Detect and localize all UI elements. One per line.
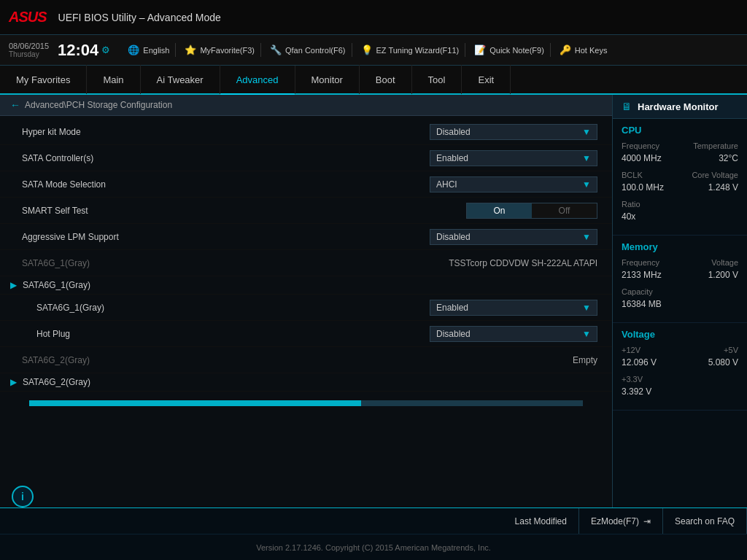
nav-advanced[interactable]: Advanced bbox=[220, 66, 295, 95]
hw-memory-title: Memory bbox=[622, 241, 738, 252]
toggle-off-option[interactable]: Off bbox=[532, 203, 597, 218]
hw-cpu-bclk-corevolt-labels: BCLK Core Voltage bbox=[622, 171, 738, 179]
hw-cpu-bclk-value: 100.0 MHz bbox=[622, 182, 664, 192]
expand-arrow-sata6g1-icon: ▶ bbox=[10, 280, 17, 290]
aggressive-lpm-dropdown[interactable]: Disabled ▼ bbox=[430, 229, 597, 245]
toolbar-hotkeys[interactable]: 🔑 Hot Keys bbox=[554, 43, 614, 57]
date-display: 08/06/2015 bbox=[9, 42, 49, 50]
hw-mem-capacity-value-row: 16384 MB bbox=[622, 299, 738, 314]
hw-cpu-corevolt-label: Core Voltage bbox=[692, 171, 738, 179]
toolbar-quicknote-label: Quick Note(F9) bbox=[489, 46, 544, 55]
status-last-modified[interactable]: Last Modified bbox=[503, 508, 579, 534]
setting-row-smart-self-test: SMART Self Test On Off bbox=[0, 198, 612, 224]
toolbar-qfan-label: Qfan Control(F6) bbox=[285, 46, 346, 55]
hyper-kit-value: Disabled bbox=[436, 127, 471, 137]
toggle-on-option[interactable]: On bbox=[467, 203, 532, 218]
nav-tool[interactable]: Tool bbox=[412, 65, 462, 94]
key-icon: 🔑 bbox=[560, 44, 571, 55]
hw-cpu-bclk-label: BCLK bbox=[622, 171, 643, 179]
hot-plug-label: Hot Plug bbox=[36, 329, 430, 339]
wizard-icon: 💡 bbox=[361, 44, 373, 55]
toolbar-myfavorite-label: MyFavorite(F3) bbox=[200, 46, 255, 55]
scroll-indicator[interactable] bbox=[29, 400, 583, 406]
hardware-monitor-panel: 🖥 Hardware Monitor CPU Frequency Tempera… bbox=[612, 95, 747, 508]
hw-cpu-freq-temp-labels: Frequency Temperature bbox=[622, 141, 738, 150]
asus-logo: ASUS bbox=[9, 9, 47, 26]
hyper-kit-arrow-icon: ▼ bbox=[582, 127, 591, 137]
nav-exit[interactable]: Exit bbox=[462, 65, 511, 94]
sata6g1-info-label: SATA6G_1(Gray) bbox=[22, 258, 449, 268]
sata-controllers-label: SATA Controller(s) bbox=[22, 153, 430, 163]
smart-self-test-toggle[interactable]: On Off bbox=[466, 203, 597, 219]
expand-label-sata6g1: SATA6G_1(Gray) bbox=[23, 280, 90, 290]
nav-my-favorites[interactable]: My Favorites bbox=[0, 65, 87, 94]
toolbar-english-label: English bbox=[143, 46, 169, 55]
hw-cpu-temp-label: Temperature bbox=[693, 141, 738, 150]
monitor-icon: 🖥 bbox=[622, 101, 632, 112]
toolbar-myfavorite[interactable]: ⭐ MyFavorite(F3) bbox=[179, 43, 261, 57]
content-area: ← Advanced\PCH Storage Configuration Hyp… bbox=[0, 95, 612, 508]
info-icon[interactable]: i bbox=[12, 486, 34, 508]
hw-cpu-bclk-corevolt-values: 100.0 MHz 1.248 V bbox=[622, 182, 738, 197]
expand-row-sata6g1[interactable]: ▶ SATA6G_1(Gray) bbox=[0, 276, 612, 295]
hw-mem-capacity-label: Capacity bbox=[622, 287, 653, 296]
settings-icon[interactable]: ⚙ bbox=[101, 44, 110, 55]
hw-mem-capacity-value: 16384 MB bbox=[622, 299, 662, 309]
main-layout: ← Advanced\PCH Storage Configuration Hyp… bbox=[0, 95, 747, 508]
last-modified-label: Last Modified bbox=[515, 516, 567, 526]
expand-row-sata6g2[interactable]: ▶ SATA6G_2(Gray) bbox=[0, 373, 612, 392]
search-faq-label: Search on FAQ bbox=[675, 516, 735, 526]
toolbar-eztuning[interactable]: 💡 EZ Tuning Wizard(F11) bbox=[355, 43, 466, 57]
toolbar-english[interactable]: 🌐 English bbox=[122, 43, 176, 57]
hyper-kit-dropdown[interactable]: Disabled ▼ bbox=[430, 124, 597, 140]
toolbar-quicknote[interactable]: 📝 Quick Note(F9) bbox=[468, 43, 551, 57]
version-bar: Version 2.17.1246. Copyright (C) 2015 Am… bbox=[0, 534, 747, 560]
globe-icon: 🌐 bbox=[128, 44, 139, 55]
nav-boot[interactable]: Boot bbox=[360, 65, 412, 94]
star-icon: ⭐ bbox=[185, 44, 196, 55]
sata-mode-value: AHCI bbox=[436, 179, 457, 190]
aggressive-lpm-label: Aggressive LPM Support bbox=[22, 232, 430, 242]
hot-plug-value: Disabled bbox=[436, 329, 471, 339]
status-ez-mode[interactable]: EzMode(F7) ⇥ bbox=[579, 508, 663, 534]
hyper-kit-label: Hyper kit Mode bbox=[22, 127, 430, 137]
status-search-faq[interactable]: Search on FAQ bbox=[663, 508, 747, 534]
back-arrow-icon: ← bbox=[10, 99, 20, 111]
setting-row-sata-mode: SATA Mode Selection AHCI ▼ bbox=[0, 171, 612, 198]
setting-row-aggressive-lpm: Aggressive LPM Support Disabled ▼ bbox=[0, 224, 612, 250]
sata-controllers-value: Enabled bbox=[436, 153, 468, 163]
nav-monitor[interactable]: Monitor bbox=[295, 65, 360, 94]
hw-cpu-ratio-label-row: Ratio bbox=[622, 200, 738, 209]
sata6g2-info-value: Empty bbox=[573, 355, 597, 365]
header-title: UEFI BIOS Utility – Advanced Mode bbox=[58, 12, 738, 23]
setting-row-sata6g2-info: SATA6G_2(Gray) Empty bbox=[0, 347, 612, 373]
smart-self-test-label: SMART Self Test bbox=[22, 206, 466, 216]
ez-mode-icon: ⇥ bbox=[643, 516, 651, 526]
breadcrumb-path: Advanced\PCH Storage Configuration bbox=[25, 100, 172, 110]
hot-plug-dropdown[interactable]: Disabled ▼ bbox=[430, 326, 597, 342]
hw-mem-freq-volt-values: 2133 MHz 1.200 V bbox=[622, 270, 738, 284]
info-icon-area[interactable]: i bbox=[12, 486, 34, 508]
toolbar-qfan[interactable]: 🔧 Qfan Control(F6) bbox=[264, 43, 352, 57]
hw-volt-33v-value-row: 3.392 V bbox=[622, 386, 738, 401]
breadcrumb[interactable]: ← Advanced\PCH Storage Configuration bbox=[0, 95, 612, 116]
aggressive-lpm-arrow-icon: ▼ bbox=[582, 232, 591, 242]
sata6g1-dropdown-value: Enabled bbox=[436, 303, 468, 313]
status-bar: Last Modified EzMode(F7) ⇥ Search on FAQ bbox=[0, 508, 747, 534]
time-display: 12:04 bbox=[58, 41, 98, 60]
sata-controllers-dropdown[interactable]: Enabled ▼ bbox=[430, 150, 597, 166]
hw-mem-volt-label: Voltage bbox=[711, 258, 738, 267]
hw-33v-label: +3.3V bbox=[622, 375, 643, 384]
nav-ai-tweaker[interactable]: Ai Tweaker bbox=[141, 65, 220, 94]
setting-row-sata-controllers: SATA Controller(s) Enabled ▼ bbox=[0, 145, 612, 171]
sata-mode-dropdown[interactable]: AHCI ▼ bbox=[430, 176, 597, 192]
sata6g1-dropdown[interactable]: Enabled ▼ bbox=[430, 300, 597, 316]
sata6g1-dropdown-label: SATA6G_1(Gray) bbox=[36, 303, 430, 313]
aggressive-lpm-value: Disabled bbox=[436, 232, 471, 242]
hw-voltage-section: Voltage +12V +5V 12.096 V 5.080 V +3.3V … bbox=[613, 323, 747, 411]
hw-cpu-section: CPU Frequency Temperature 4000 MHz 32°C … bbox=[613, 119, 747, 236]
nav-main[interactable]: Main bbox=[87, 65, 140, 94]
setting-row-sata6g1-dropdown: SATA6G_1(Gray) Enabled ▼ bbox=[0, 295, 612, 321]
setting-row-sata6g1-info: SATA6G_1(Gray) TSSTcorp CDDVDW SH-222AL … bbox=[0, 250, 612, 276]
hw-cpu-ratio-label: Ratio bbox=[622, 200, 640, 209]
